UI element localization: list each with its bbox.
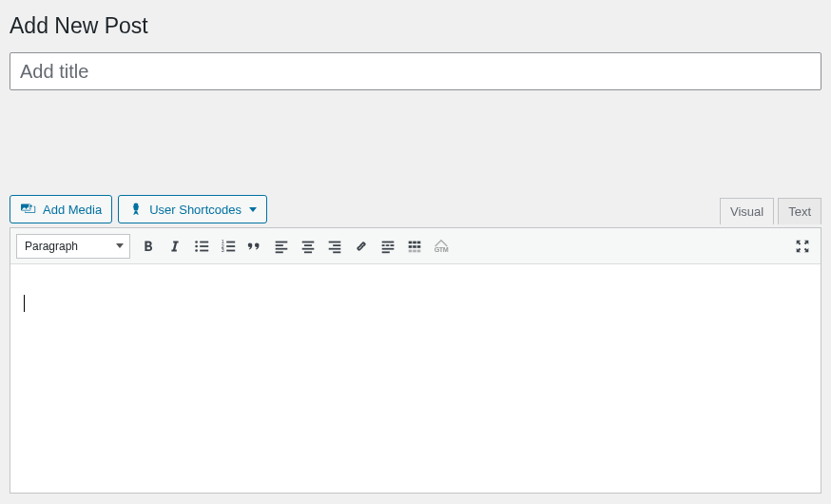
svg-rect-34 [413,241,416,243]
ul-icon [193,238,210,255]
read-more-icon [379,238,396,255]
svg-rect-28 [382,244,385,246]
svg-rect-20 [302,247,315,249]
svg-rect-24 [329,247,341,249]
svg-text:GTM: GTM [435,245,449,254]
format-select-label: Paragraph [25,240,78,253]
svg-rect-35 [417,241,421,243]
fullscreen-icon [794,238,811,255]
svg-rect-30 [391,244,395,246]
link-icon [353,238,370,255]
svg-rect-21 [304,251,312,253]
svg-rect-32 [382,251,390,253]
quote-button[interactable] [242,234,267,259]
svg-rect-18 [302,241,315,242]
svg-rect-37 [413,245,416,248]
add-media-label: Add Media [43,203,102,217]
svg-rect-15 [276,244,283,246]
shortcodes-icon [128,202,144,217]
align-center-icon [300,238,317,255]
align-center-button[interactable] [296,234,320,259]
editor-body[interactable] [10,264,821,493]
svg-point-4 [195,249,198,252]
toolbar-toggle-button[interactable] [402,234,427,259]
chevron-down-icon [116,243,124,248]
svg-rect-41 [417,249,421,252]
media-icon [20,202,37,217]
add-media-button[interactable]: Add Media [10,195,112,223]
link-button[interactable] [349,234,374,259]
format-select[interactable]: Paragraph [16,234,130,259]
kitchen-sink-icon [406,238,423,255]
gtm-button[interactable]: GTM [429,234,454,259]
ol-icon: 123 [220,238,237,255]
gtm-icon: GTM [432,238,451,255]
align-left-button[interactable] [269,234,294,259]
align-right-icon [326,238,343,255]
editor-container: Paragraph 123 [10,227,821,494]
quote-icon [246,238,263,255]
svg-rect-13 [226,249,235,251]
page-title: Add New Post [10,10,821,39]
align-right-button[interactable] [322,234,347,259]
svg-rect-11 [226,241,235,242]
svg-rect-12 [226,245,235,247]
svg-rect-16 [276,247,288,249]
svg-rect-40 [413,249,416,252]
svg-rect-17 [276,251,283,253]
svg-rect-6 [200,245,208,247]
svg-text:3: 3 [222,247,224,253]
svg-rect-36 [409,245,413,248]
svg-rect-39 [409,249,413,252]
user-shortcodes-label: User Shortcodes [149,203,242,217]
bold-button[interactable] [136,234,161,259]
tab-text[interactable]: Text [778,198,821,224]
editor-toolbar: Paragraph 123 [10,228,821,264]
svg-rect-38 [417,245,421,248]
ul-button[interactable] [189,234,214,259]
svg-rect-14 [276,241,288,242]
svg-rect-5 [200,241,208,242]
italic-icon [166,238,184,255]
svg-rect-22 [329,241,341,242]
tab-visual[interactable]: Visual [720,198,774,224]
more-button[interactable] [376,234,400,259]
svg-rect-29 [386,244,389,246]
svg-rect-23 [333,244,340,246]
text-cursor [24,295,25,312]
svg-rect-26 [382,241,395,242]
user-shortcodes-button[interactable]: User Shortcodes [118,195,267,223]
svg-point-2 [195,241,198,243]
svg-rect-19 [304,244,312,246]
bold-icon [140,238,157,255]
svg-rect-31 [382,247,395,249]
svg-rect-25 [333,251,340,253]
italic-button[interactable] [163,234,187,259]
svg-point-3 [195,244,198,247]
svg-rect-7 [200,249,208,251]
ol-button[interactable]: 123 [216,234,241,259]
svg-rect-33 [409,241,413,243]
post-title-input[interactable] [10,52,821,90]
fullscreen-button[interactable] [790,234,815,259]
editor-tabs: Visual Text [720,198,821,224]
media-row: Add Media User Shortcodes Visual Text [10,195,821,223]
chevron-down-icon [249,207,257,212]
align-left-icon [273,238,290,255]
